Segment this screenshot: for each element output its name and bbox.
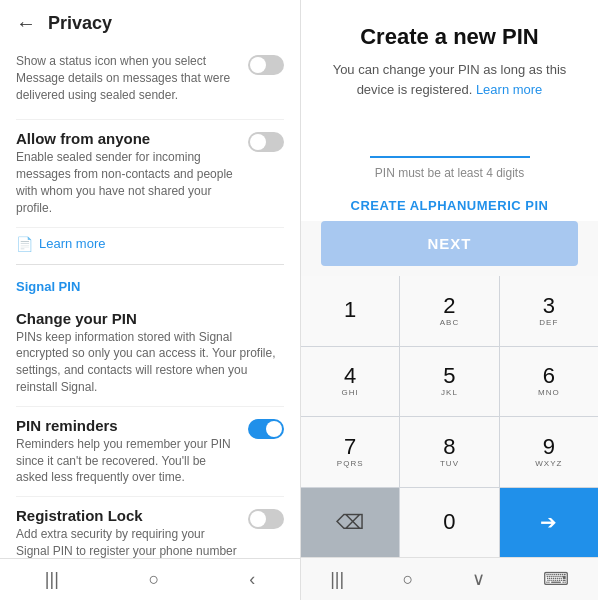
learn-more-row: 📄 Learn more — [16, 228, 284, 260]
change-pin-item[interactable]: Change your PIN PINs keep information st… — [16, 300, 284, 407]
arrow-right-icon: ➔ — [540, 510, 557, 534]
pin-subtitle: You can change your PIN as long as this … — [321, 60, 578, 99]
allow-from-anyone-toggle[interactable] — [248, 132, 284, 152]
menu-icon-left[interactable]: ||| — [45, 569, 59, 590]
pin-reminders-toggle[interactable] — [248, 419, 284, 439]
key-6[interactable]: 6 MNO — [500, 347, 598, 417]
key-1[interactable]: 1 — [301, 276, 399, 346]
pin-hint: PIN must be at least 4 digits — [375, 166, 524, 180]
key-8[interactable]: 8 TUV — [400, 417, 498, 487]
pin-header: Create a new PIN You can change your PIN… — [301, 0, 598, 111]
learn-more-icon: 📄 — [16, 236, 33, 252]
allow-from-anyone-title: Allow from anyone — [16, 130, 240, 147]
page-title: Privacy — [48, 13, 112, 34]
sealed-sender-toggle[interactable] — [248, 55, 284, 75]
change-pin-desc: PINs keep information stored with Signal… — [16, 329, 284, 396]
change-pin-title: Change your PIN — [16, 310, 284, 327]
sealed-sender-item: Show a status icon when you select Messa… — [16, 43, 284, 120]
left-bottom-nav: ||| ○ ‹ — [0, 558, 300, 600]
pin-reminders-title: PIN reminders — [16, 417, 240, 434]
key-confirm[interactable]: ➔ — [500, 488, 598, 558]
learn-more-link[interactable]: Learn more — [39, 236, 105, 251]
create-alphanumeric-button[interactable]: CREATE ALPHANUMERIC PIN — [351, 198, 549, 213]
backspace-icon: ⌫ — [336, 510, 364, 534]
create-alphanumeric-container: CREATE ALPHANUMERIC PIN — [301, 184, 598, 221]
right-panel: Create a new PIN You can change your PIN… — [300, 0, 598, 600]
registration-lock-item: Registration Lock Add extra security by … — [16, 497, 284, 558]
allow-from-anyone-item: Allow from anyone Enable sealed sender f… — [16, 120, 284, 227]
keypad: 1 2 ABC 3 DEF 4 GHI 5 JKL 6 MNO 7 PQRS — [301, 276, 598, 557]
home-icon-left[interactable]: ○ — [149, 569, 160, 590]
key-0[interactable]: 0 — [400, 488, 498, 558]
divider — [16, 264, 284, 265]
home-icon-right[interactable]: ○ — [402, 569, 413, 590]
registration-lock-desc: Add extra security by requiring your Sig… — [16, 526, 240, 558]
pin-input-area: PIN must be at least 4 digits — [301, 111, 598, 184]
sealed-sender-desc: Show a status icon when you select Messa… — [16, 53, 240, 103]
right-bottom-nav: ||| ○ ∨ ⌨ — [301, 557, 598, 600]
keyboard-icon-right[interactable]: ⌨ — [543, 568, 569, 590]
down-icon-right[interactable]: ∨ — [472, 568, 485, 590]
pin-reminders-item: PIN reminders Reminders help you remembe… — [16, 407, 284, 497]
pin-input[interactable] — [370, 127, 530, 158]
key-5[interactable]: 5 JKL — [400, 347, 498, 417]
back-nav-icon-left[interactable]: ‹ — [249, 569, 255, 590]
left-header: ← Privacy — [0, 0, 300, 43]
pin-reminders-desc: Reminders help you remember your PIN sin… — [16, 436, 240, 486]
key-4[interactable]: 4 GHI — [301, 347, 399, 417]
signal-pin-label: Signal PIN — [16, 269, 284, 300]
next-button[interactable]: NEXT — [321, 221, 578, 266]
key-7[interactable]: 7 PQRS — [301, 417, 399, 487]
registration-lock-toggle[interactable] — [248, 509, 284, 529]
menu-icon-right[interactable]: ||| — [330, 569, 344, 590]
key-backspace[interactable]: ⌫ — [301, 488, 399, 558]
left-content: Show a status icon when you select Messa… — [0, 43, 300, 558]
key-2[interactable]: 2 ABC — [400, 276, 498, 346]
left-panel: ← Privacy Show a status icon when you se… — [0, 0, 300, 600]
pin-learn-more-link[interactable]: Learn more — [476, 82, 542, 97]
back-icon[interactable]: ← — [16, 12, 36, 35]
pin-title: Create a new PIN — [321, 24, 578, 50]
registration-lock-title: Registration Lock — [16, 507, 240, 524]
key-3[interactable]: 3 DEF — [500, 276, 598, 346]
key-9[interactable]: 9 WXYZ — [500, 417, 598, 487]
allow-from-anyone-desc: Enable sealed sender for incoming messag… — [16, 149, 240, 216]
